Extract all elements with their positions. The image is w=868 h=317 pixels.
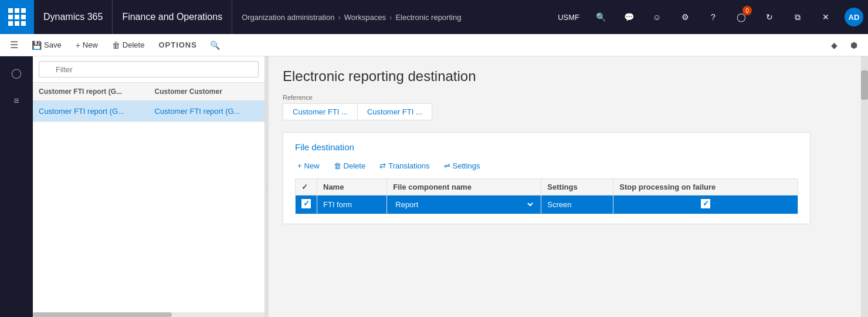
main-toolbar: ☰ 💾 Save + New 🗑 Delete OPTIONS 🔍 ◆ ⬢ — [0, 34, 868, 56]
stop-processing-checkbox[interactable] — [701, 199, 710, 208]
delete-button[interactable]: 🗑 Delete — [106, 38, 151, 52]
module-title: Finance and Operations — [113, 0, 232, 34]
fd-settings-icon: ⇌ — [444, 161, 450, 170]
col-stop-processing-header: Stop processing on failure — [613, 179, 798, 195]
file-component-select[interactable]: Report — [393, 200, 535, 210]
toolbar-right-icons: ◆ ⬢ — [825, 36, 863, 55]
fd-new-button[interactable]: + New — [295, 160, 322, 171]
main-layout: ◯ ≡ 🔍 Customer FTI report (G... Customer… — [0, 56, 868, 317]
search-icon: 🔍 — [596, 12, 606, 22]
scrollbar-thumb — [861, 70, 868, 100]
breadcrumb-sep1: › — [338, 13, 340, 22]
row-name-cell: FTI form — [317, 195, 387, 214]
breadcrumb-sep2: › — [389, 13, 392, 22]
fd-translations-button[interactable]: ⇄ Translations — [377, 160, 432, 171]
col-name-header: Name — [317, 179, 387, 195]
page-title: Electronic reporting destination — [283, 68, 847, 85]
close-icon: ✕ — [822, 12, 829, 22]
list-col2-header: Customer Customer — [149, 85, 265, 98]
file-destination-title: File destination — [295, 142, 798, 152]
reference-tabs: Customer FTI ... Customer FTI ... — [283, 103, 847, 120]
filter-bar: 🔍 — [33, 56, 265, 83]
reference-label: Reference — [283, 94, 847, 101]
help-button[interactable]: ? — [699, 0, 727, 34]
check-icon: ✓ — [301, 183, 308, 191]
row-file-component-cell[interactable]: Report — [387, 195, 541, 214]
row-stop-processing-cell — [613, 195, 798, 214]
fd-translate-icon: ⇄ — [379, 161, 386, 170]
settings-button[interactable]: ⚙ — [671, 0, 699, 34]
list-header: Customer FTI report (G... Customer Custo… — [33, 83, 265, 101]
table-header-row: ✓ Name File component name Settings Stop… — [296, 179, 798, 195]
right-scrollbar[interactable] — [861, 56, 868, 317]
reference-tab-1[interactable]: Customer FTI ... — [283, 103, 357, 120]
notification-badge: 0 — [742, 6, 752, 15]
filter-wrapper: 🔍 — [39, 61, 259, 77]
list-cell-1: Customer FTI report (G... — [33, 104, 149, 118]
open-new-button[interactable]: ⧉ — [784, 0, 812, 34]
col-file-component-header: File component name — [387, 179, 541, 195]
fd-plus-icon: + — [297, 161, 302, 170]
fd-delete-button[interactable]: 🗑 Delete — [331, 160, 368, 171]
list-cell-2: Customer FTI report (G... — [149, 104, 265, 118]
chat-icon: 💬 — [624, 12, 634, 22]
top-nav: Dynamics 365 Finance and Operations Orga… — [0, 0, 868, 34]
office-icon-button[interactable]: ⬢ — [845, 36, 863, 55]
toolbar-search-icon[interactable]: 🔍 — [210, 41, 220, 50]
fd-delete-icon: 🗑 — [334, 161, 341, 170]
file-destination-toolbar: + New 🗑 Delete ⇄ Translations ⇌ Settings — [295, 160, 798, 171]
new-button[interactable]: + New — [70, 38, 104, 52]
sidebar-list-icon[interactable]: ≡ — [5, 89, 28, 113]
dynamics-title: Dynamics 365 — [34, 0, 113, 34]
company-selector[interactable]: USMF — [551, 13, 586, 22]
filter-input[interactable] — [39, 61, 259, 77]
table-row[interactable]: FTI form Report Screen — [296, 195, 798, 214]
col-check-header: ✓ — [296, 179, 317, 195]
smiley-icon: ☺ — [653, 12, 661, 22]
list-item[interactable]: Customer FTI report (G... Customer FTI r… — [33, 101, 265, 122]
smiley-button[interactable]: ☺ — [643, 0, 671, 34]
file-destination-table: ✓ Name File component name Settings Stop… — [295, 178, 798, 214]
waffle-icon — [8, 8, 26, 26]
chat-button[interactable]: 💬 — [615, 0, 643, 34]
avatar: AD — [845, 8, 863, 26]
fd-settings-button[interactable]: ⇌ Settings — [442, 160, 483, 171]
list-col1-header: Customer FTI report (G... — [33, 85, 149, 98]
notifications-button[interactable]: ◯ 0 — [727, 0, 755, 34]
content-panel: Electronic reporting destination Referen… — [269, 56, 861, 317]
reference-tab-2[interactable]: Customer FTI ... — [357, 103, 432, 120]
avatar-button[interactable]: AD — [840, 0, 868, 34]
search-button[interactable]: 🔍 — [586, 0, 615, 34]
filter-icon: ◯ — [11, 68, 22, 79]
diamond-icon-button[interactable]: ◆ — [825, 36, 843, 55]
save-icon: 💾 — [32, 41, 42, 50]
hamburger-icon: ☰ — [10, 39, 18, 50]
sidebar-filter-icon[interactable]: ◯ — [5, 61, 28, 85]
list-panel: 🔍 Customer FTI report (G... Customer Cus… — [33, 56, 265, 317]
row-selected-check — [301, 199, 311, 208]
gear-icon: ⚙ — [681, 12, 689, 22]
list-scrollbar-thumb — [33, 312, 172, 317]
list-bottom-scrollbar[interactable] — [33, 312, 265, 317]
col-settings-header: Settings — [541, 179, 613, 195]
list-icon: ≡ — [13, 96, 19, 106]
hamburger-menu-button[interactable]: ☰ — [5, 36, 23, 55]
row-settings-cell: Screen — [541, 195, 613, 214]
breadcrumb: Organization administration › Workspaces… — [232, 13, 551, 22]
row-check-cell — [296, 195, 317, 214]
refresh-button[interactable]: ↻ — [755, 0, 784, 34]
app-launcher-button[interactable] — [0, 0, 34, 34]
delete-icon: 🗑 — [112, 41, 120, 50]
open-new-icon: ⧉ — [795, 12, 801, 22]
left-sidebar: ◯ ≡ — [0, 56, 33, 317]
save-button[interactable]: 💾 Save — [26, 38, 67, 52]
close-button[interactable]: ✕ — [812, 0, 840, 34]
file-destination-card: File destination + New 🗑 Delete ⇄ Transl… — [283, 132, 811, 224]
plus-icon: + — [76, 41, 80, 50]
help-icon: ? — [711, 12, 716, 22]
refresh-icon: ↻ — [766, 12, 773, 22]
top-nav-right-actions: 🔍 💬 ☺ ⚙ ? ◯ 0 ↻ ⧉ ✕ AD — [586, 0, 868, 34]
options-button[interactable]: OPTIONS — [152, 38, 203, 52]
